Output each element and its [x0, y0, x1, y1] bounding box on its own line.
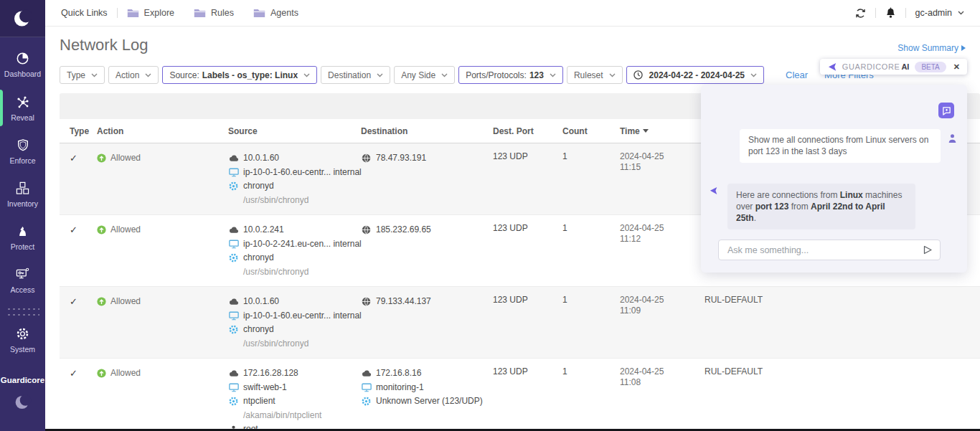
gear-icon — [228, 396, 239, 407]
endpoint-cell: 172.16.28.128swift-web-1ntpclient/akamai… — [228, 366, 361, 431]
endpoint-text: chronyd — [243, 323, 274, 337]
guardicore-ai-pill: GUARDICORE AI BETA ✕ — [820, 59, 967, 75]
dest-port-cell: 123 UDP — [493, 295, 562, 351]
cloud-icon — [361, 368, 372, 379]
page-title: Network Log — [60, 36, 149, 55]
sidebar-item-access[interactable]: Access — [0, 259, 45, 302]
chevron-down-icon — [550, 73, 556, 77]
process-path: /usr/sbin/chronyd — [228, 194, 361, 208]
filter-source[interactable]: Source:Labels - os_type: Linux — [162, 66, 317, 84]
endpoint-cell: 10.0.1.60ip-10-0-1-60.eu-centr... intern… — [228, 151, 361, 207]
sidebar-item-dashboard[interactable]: Dashboard — [0, 43, 45, 86]
filter-date-range[interactable]: 2024-04-22 - 2024-04-25 — [626, 66, 764, 84]
endpoint-text: 79.133.44.137 — [376, 295, 431, 309]
nav-item-rules[interactable]: Rules — [194, 8, 234, 18]
beta-badge: BETA — [915, 62, 946, 72]
column-header-count[interactable]: Count — [562, 126, 620, 136]
column-header-action[interactable]: Action — [97, 126, 228, 136]
filter-ruleset[interactable]: Ruleset — [567, 66, 623, 84]
refresh-icon — [855, 8, 866, 19]
filter-type[interactable]: Type — [60, 66, 105, 84]
column-header-label: Time — [620, 126, 640, 136]
time-hour: 11:08 — [620, 377, 705, 388]
allowed-icon — [97, 297, 106, 306]
column-header-time[interactable]: Time — [620, 126, 705, 136]
inventory-icon — [16, 181, 29, 195]
user-menu[interactable]: gc-admin — [915, 8, 964, 18]
sidebar-item-label: Enforce — [9, 156, 35, 165]
chevron-down-icon — [441, 73, 448, 77]
action-value: Allowed — [97, 223, 228, 237]
filter-label: Any Side — [401, 70, 435, 80]
endpoint-cell: 172.16.8.16monitoring-1Unknown Server (1… — [361, 366, 493, 431]
gear-icon — [361, 396, 372, 407]
time-date: 2024-04-25 — [620, 295, 705, 306]
filter-action[interactable]: Action — [108, 66, 159, 84]
time-date: 2024-04-25 — [620, 151, 705, 162]
action-label: Allowed — [110, 223, 141, 237]
gear-icon — [228, 324, 239, 335]
ai-message-highlight: port 123 — [755, 202, 789, 212]
clock-icon — [633, 70, 643, 80]
cloud-icon — [228, 224, 239, 235]
nav-item-label: Explore — [144, 8, 174, 18]
endpoint-text: 78.47.93.191 — [376, 151, 426, 166]
column-header-destination[interactable]: Destination — [361, 126, 493, 136]
endpoint-text: 10.0.1.60 — [243, 295, 279, 309]
ai-input[interactable] — [726, 245, 923, 256]
user-message-row: Show me all connections from Linux serve… — [740, 129, 957, 163]
globe-icon — [361, 224, 372, 235]
endpoint-line: chronyd — [228, 251, 361, 265]
send-button[interactable] — [923, 245, 933, 255]
sidebar-item-enforce[interactable]: Enforce — [0, 130, 45, 173]
time-cell: 2024-04-2511:08 — [620, 366, 705, 431]
time-cell: 2024-04-2511:15 — [620, 151, 705, 207]
ai-message: Here are connections from Linux machines… — [727, 184, 915, 229]
endpoint-text: ip-10-0-1-60.eu-centr... internal — [243, 309, 362, 323]
table-row[interactable]: ✓Allowed10.0.1.60ip-10-0-1-60.eu-centr..… — [60, 287, 980, 359]
endpoint-text: ip-10-0-1-60.eu-centr... internal — [243, 166, 362, 180]
filter-any-side[interactable]: Any Side — [394, 66, 455, 84]
close-icon[interactable]: ✕ — [953, 62, 960, 72]
sidebar-item-inventory[interactable]: Inventory — [0, 173, 45, 216]
crescent-logo-icon — [12, 8, 34, 29]
endpoint-line: 172.16.28.128 — [228, 366, 361, 381]
sidebar-item-protect[interactable]: Protect — [0, 216, 45, 259]
quick-links[interactable]: Quick Links — [61, 8, 108, 18]
user-avatar-icon — [948, 133, 957, 143]
action-cell: Allowed — [97, 151, 228, 207]
clear-filters-link[interactable]: Clear — [786, 70, 808, 80]
endpoint-text: 185.232.69.65 — [376, 223, 431, 237]
column-header-type[interactable]: Type — [70, 126, 97, 136]
check-icon: ✓ — [70, 224, 77, 235]
table-row[interactable]: ✓Allowed172.16.28.128swift-web-1ntpclien… — [60, 359, 980, 431]
allowed-icon — [97, 153, 106, 163]
filter-destination[interactable]: Destination — [321, 66, 390, 84]
sidebar-item-label: Access — [11, 285, 35, 294]
monitor-icon — [228, 239, 239, 250]
endpoint-text: chronyd — [243, 251, 274, 265]
endpoint-line: swift-web-1 — [228, 381, 361, 395]
nav-item-explore[interactable]: Explore — [127, 8, 174, 18]
endpoint-line: ip-10-0-1-60.eu-centr... internal — [228, 309, 361, 323]
filter-label: Action — [116, 70, 139, 80]
ai-message-text: Here are connections from — [736, 190, 840, 200]
divider — [875, 8, 876, 18]
column-header-source[interactable]: Source — [228, 126, 361, 136]
show-summary-link[interactable]: Show Summary — [897, 43, 966, 53]
nav-item-agents[interactable]: Agents — [253, 8, 298, 18]
rule-cell: RUL-DEFAULT — [705, 295, 980, 351]
refresh-button[interactable] — [855, 8, 866, 19]
column-header-dest-port[interactable]: Dest. Port — [493, 126, 562, 136]
sidebar-item-reveal[interactable]: Reveal — [0, 86, 45, 130]
filter-ports-protocols[interactable]: Ports/Protocols:123 — [458, 66, 563, 84]
sidebar-item-label: Protect — [11, 242, 34, 251]
sidebar-item-system[interactable]: System — [0, 318, 45, 361]
notifications-button[interactable] — [885, 7, 896, 19]
rule-name: RUL-DEFAULT — [705, 295, 763, 305]
endpoint-text: /akamai/bin/ntpclient — [243, 409, 321, 423]
guardicore-logo[interactable] — [0, 0, 45, 37]
ai-message-highlight: Linux — [840, 190, 863, 200]
new-chat-button[interactable] — [938, 103, 954, 118]
endpoint-line: 185.232.69.65 — [361, 223, 493, 237]
